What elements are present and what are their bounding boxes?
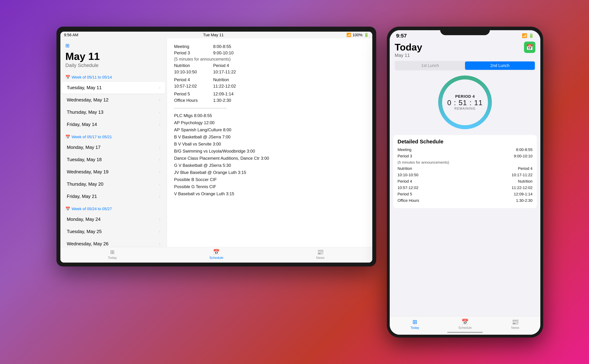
schedule-period5-row: Period 5 12:09-1:14 [174, 91, 365, 97]
lunch-tab-2nd[interactable]: 2nd Lunch [465, 61, 535, 70]
day-label: Wednesday, May 19 [67, 169, 109, 175]
iphone-news-tab-label: News [511, 326, 519, 330]
ipad-tab-news[interactable]: 📰 News [268, 249, 372, 260]
iphone-tab-today[interactable]: ⊞ Today [390, 318, 440, 330]
ipad-page-subtitle: Daily Schedule [65, 63, 162, 68]
day-item-tue-may-18[interactable]: Tuesday, May 18 › [62, 154, 165, 166]
chevron-icon: › [159, 157, 160, 162]
event-v-baseball: V Baseball vs Orange Luth 3:15 [174, 191, 365, 196]
timer-time-display: 0 : 51 : 11 [447, 99, 483, 107]
period4-nutrition-row: Period 4 Nutrition 10:57-12:02 11:22-12:… [174, 77, 365, 90]
chevron-icon: › [159, 122, 160, 127]
iphone-calendar-icon[interactable]: 📅 [524, 42, 535, 53]
iphone-status-icons: 📶 🔋 [522, 33, 534, 38]
day-item-tue-may-25[interactable]: Tuesday, May 25 › [62, 226, 165, 238]
iphone-period3-name: Period 3 [398, 154, 419, 158]
iphone-period5-name: Period 5 [398, 192, 419, 196]
period4-times: 10:57-12:02 11:22-12:02 [174, 84, 236, 89]
day-label: Thursday, May 20 [67, 181, 103, 187]
iphone-today-tab-icon: ⊞ [412, 318, 417, 325]
meeting-time: 8:00-8:55 [213, 44, 231, 49]
week-header-1: 📅 Week of 05/11 to 05/14 [60, 73, 167, 81]
day-item-mon-may-17[interactable]: Monday, May 17 › [62, 141, 165, 153]
chevron-icon: › [159, 110, 160, 115]
period4-name: Period 4 [174, 77, 206, 82]
iphone-period4-row: Period 4 Nutrition [398, 179, 532, 184]
chevron-icon: › [159, 145, 160, 150]
calendar-icon-2: 📅 [65, 135, 70, 139]
event-gv-basketball: G V Basketball @ JSerra 5:30 [174, 163, 365, 168]
week-label-1: Week of 05/11 to 05/14 [71, 75, 112, 80]
ipad-tab-schedule[interactable]: 📅 Schedule [164, 249, 268, 260]
news-tab-label: News [316, 256, 325, 260]
ipad-content-area: ⊞ May 11 Daily Schedule 📅 Week of 05/11 … [60, 38, 372, 247]
day-item-wed-may-12[interactable]: Wednesday, May 12 › [62, 94, 165, 106]
event-ap-spanish: AP Spanish Lang/Culture 8:00 [174, 127, 365, 132]
ipad-status-right: 📶 100% 🔋 [346, 33, 369, 37]
iphone-period3-row: Period 3 9:00-10:10 [398, 154, 532, 158]
week-header-3: 📅 Week of 05/24 to 05/27 [60, 205, 167, 213]
news-tab-icon: 📰 [317, 249, 324, 255]
period3-name: Period 3 [174, 51, 206, 55]
iphone-schedule-title: Detailed Schedule [398, 139, 532, 145]
week-header-2: 📅 Week of 05/17 to 05/21 [60, 133, 167, 141]
iphone-period3-time: 9:00-10:10 [514, 154, 532, 158]
iphone-period4-times: 10:57-12:02 11:22-12:02 [398, 185, 532, 190]
lunch-tab-1st[interactable]: 1st Lunch [395, 61, 465, 70]
schedule-tab-label: Schedule [209, 256, 223, 260]
schedule-divider: -------------------------------- [174, 106, 365, 110]
lunch-tab-2nd-label: 2nd Lunch [490, 63, 509, 68]
event-bv-vball: B V Vball vs Servite 3:00 [174, 142, 365, 147]
iphone-nutrition-name: Nutrition [398, 166, 419, 171]
iphone-notch [440, 27, 490, 35]
day-item-tue-may-11[interactable]: Tuesday, May 11 › [62, 82, 165, 94]
iphone-nutrition-row: Nutrition Period 4 [398, 166, 532, 171]
day-item-thu-may-20[interactable]: Thursday, May 20 › [62, 178, 165, 190]
iphone-meeting-row: Meeting 8:00-8:55 [398, 147, 532, 152]
schedule-meeting-row: Meeting 8:00-8:55 [174, 44, 365, 49]
day-label: Monday, May 17 [67, 145, 101, 150]
sidebar-toggle-button[interactable]: ⊞ [65, 43, 162, 48]
day-item-thu-may-13[interactable]: Thursday, May 13 › [62, 106, 165, 118]
iphone-office-name: Office Hours [398, 198, 419, 203]
event-plc: PLC Mtgs 8:00-8:55 [174, 113, 365, 118]
nutrition-label: Nutrition [213, 77, 229, 82]
iphone-period4-label: Period 4 [518, 166, 532, 171]
iphone-meeting-time: 8:00-8:55 [516, 147, 532, 152]
period4-name-row: Period 4 Nutrition [174, 77, 236, 82]
day-label: Friday, May 14 [67, 122, 97, 127]
nutrition-name: Nutrition [174, 63, 206, 68]
iphone-today-tab-label: Today [410, 326, 419, 330]
office-hours-time: 1:30-2:30 [213, 98, 231, 103]
chevron-icon: › [159, 98, 160, 102]
nutrition-block: Nutrition Period 4 10:10-10:50 10:17-11:… [174, 63, 236, 76]
ipad-device: 9:56 AM Tue May 11 📶 100% 🔋 ⊞ May 11 Dai… [57, 27, 376, 266]
schedule-period3-row: Period 3 9:00-10:10 [174, 51, 365, 55]
schedule-office-row: Office Hours 1:30-2:30 [174, 98, 365, 103]
iphone-schedule-tab-icon: 📅 [461, 318, 469, 325]
iphone-tab-news[interactable]: 📰 News [490, 318, 540, 330]
calendar-icon-3: 📅 [65, 207, 70, 211]
today-tab-label: Today [108, 256, 117, 260]
day-item-wed-may-26[interactable]: Wednesday, May 26 › [62, 238, 165, 247]
iphone-announce-note: (5 minutes for announcements) [398, 160, 532, 164]
day-item-fri-may-14[interactable]: Friday, May 14 › [62, 118, 165, 130]
iphone-tab-schedule[interactable]: 📅 Schedule [440, 318, 490, 330]
day-item-wed-may-19[interactable]: Wednesday, May 19 › [62, 166, 165, 178]
event-g-tennis: Possible G Tennis CIF [174, 184, 365, 189]
iphone-main-content: Today May 11 📅 1st Lunch 2nd Lunch [390, 40, 540, 316]
day-item-mon-may-24[interactable]: Monday, May 24 › [62, 213, 165, 225]
home-indicator [447, 332, 483, 333]
timer-remaining-label: REMAINING [447, 107, 483, 110]
iphone-nutrition-end: 11:22-12:02 [512, 185, 532, 190]
scene: 9:56 AM Tue May 11 📶 100% 🔋 ⊞ May 11 Dai… [46, 27, 543, 338]
timer-inner: PERIOD 4 0 : 51 : 11 REMAINING [447, 94, 483, 110]
day-item-fri-may-21[interactable]: Friday, May 21 › [62, 190, 165, 202]
ipad-main-content: Meeting 8:00-8:55 Period 3 9:00-10:10 (5… [167, 38, 372, 247]
week-group-2: 📅 Week of 05/17 to 05/21 Monday, May 17 … [60, 133, 167, 203]
ipad-tab-today[interactable]: ⊞ Today [60, 249, 164, 260]
meeting-name: Meeting [174, 44, 206, 49]
battery-label: 100% [353, 33, 362, 37]
period4-block: Period 4 Nutrition 10:57-12:02 11:22-12:… [174, 77, 236, 90]
iphone-meeting-name: Meeting [398, 147, 419, 152]
